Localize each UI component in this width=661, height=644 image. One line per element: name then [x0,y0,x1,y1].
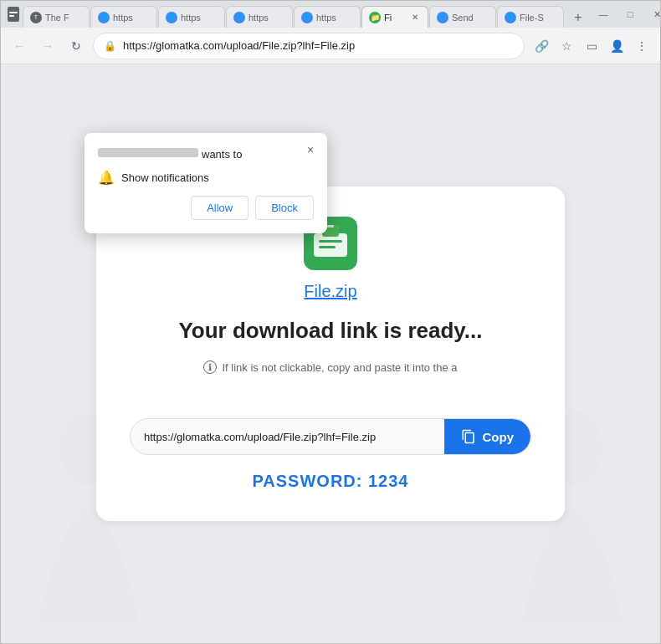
svg-rect-7 [319,240,342,243]
tab-favicon-6: 📁 [369,12,381,23]
tab-title-5: https [316,13,353,23]
block-button[interactable]: Block [255,196,314,220]
tab-6-active[interactable]: 📁 Fi ✕ [361,6,428,28]
profile-button[interactable]: 👤 [605,34,628,58]
maximize-button[interactable]: □ [618,5,642,23]
url-input[interactable] [131,421,444,453]
browser-icon [8,7,19,22]
svg-rect-10 [327,225,334,227]
back-button[interactable]: ← [8,34,31,58]
svg-rect-1 [9,12,18,13]
copy-button[interactable]: Copy [444,419,531,454]
lock-icon: 🔒 [104,40,116,52]
tab-title-3: https [181,13,218,23]
tab-title-8: File-S [520,13,556,23]
tab-strip: T The F 🌐 https 🌐 https 🌐 https 🌐 https … [23,1,588,28]
instruction-text: If link is not clickable, copy and paste… [222,361,457,374]
password-text: PASSWORD: 1234 [252,472,408,491]
svg-rect-8 [319,246,336,248]
menu-button[interactable]: ⋮ [630,34,653,58]
tab-title-6: Fi [384,13,406,23]
info-icon: ℹ [203,360,217,374]
tab-close-6[interactable]: ✕ [409,12,421,23]
reload-button[interactable]: ↻ [64,34,88,58]
new-tab-button[interactable]: + [568,8,588,28]
bookmark-button[interactable]: ☆ [555,34,578,58]
instruction-row: ℹ If link is not clickable, copy and pas… [203,360,457,374]
address-bar[interactable]: 🔒 [93,33,525,59]
tab-title-2: https [113,13,150,23]
copy-icon [461,429,476,444]
toolbar-right-buttons: 🔗 ☆ ▭ 👤 ⋮ [530,34,653,58]
tab-8[interactable]: 🌐 File-S [497,6,564,28]
tab-title-7: Send [452,13,489,23]
download-heading: Your download link is ready... [178,318,482,344]
page-content: OK × wants to 🔔 Show notifications Allow… [1,64,660,643]
minimize-button[interactable]: — [592,5,615,23]
copy-button-label: Copy [483,430,515,444]
notification-permission-row: 🔔 Show notifications [98,170,314,186]
address-input[interactable] [123,39,514,52]
forward-button[interactable]: → [36,34,59,58]
close-button[interactable]: ✕ [645,5,661,23]
tab-3[interactable]: 🌐 https [158,6,225,28]
svg-rect-2 [9,15,14,17]
tab-1[interactable]: T The F [23,6,90,28]
notification-site [98,146,198,158]
tab-favicon-1: T [30,12,42,23]
window-controls: — □ ✕ [592,5,661,23]
tab-favicon-4: 🌐 [233,12,245,23]
tab-title-4: https [249,13,285,23]
tab-favicon-3: 🌐 [166,12,177,23]
tab-7[interactable]: 🌐 Send [429,6,496,28]
allow-button[interactable]: Allow [191,196,249,220]
app-title[interactable]: File.zip [304,282,356,301]
tab-favicon-2: 🌐 [98,12,110,23]
svg-rect-0 [8,8,19,20]
notification-close-button[interactable]: × [302,141,319,158]
tab-favicon-8: 🌐 [505,12,516,23]
notification-actions: Allow Block [98,196,314,220]
svg-rect-6 [314,233,347,257]
cast-button[interactable]: ▭ [580,34,603,58]
notification-popup: × wants to 🔔 Show notifications Allow Bl… [85,133,327,233]
tab-favicon-7: 🌐 [437,12,448,23]
main-card: File.zip Your download link is ready... … [96,187,565,521]
share-button[interactable]: 🔗 [530,34,553,58]
toolbar: ← → ↻ 🔒 🔗 ☆ ▭ 👤 ⋮ [1,28,660,64]
tab-favicon-5: 🌐 [301,12,313,23]
bell-icon: 🔔 [98,170,115,186]
browser-window: T The F 🌐 https 🌐 https 🌐 https 🌐 https … [0,0,661,644]
tab-4[interactable]: 🌐 https [226,6,293,28]
tab-5[interactable]: 🌐 https [294,6,361,28]
notification-wants-text: wants to [202,148,242,161]
tab-title-1: The F [45,13,82,23]
url-row: Copy [130,418,531,455]
tab-2[interactable]: 🌐 https [90,6,157,28]
title-bar: T The F 🌐 https 🌐 https 🌐 https 🌐 https … [1,1,660,28]
notification-permission-label: Show notifications [121,171,209,184]
